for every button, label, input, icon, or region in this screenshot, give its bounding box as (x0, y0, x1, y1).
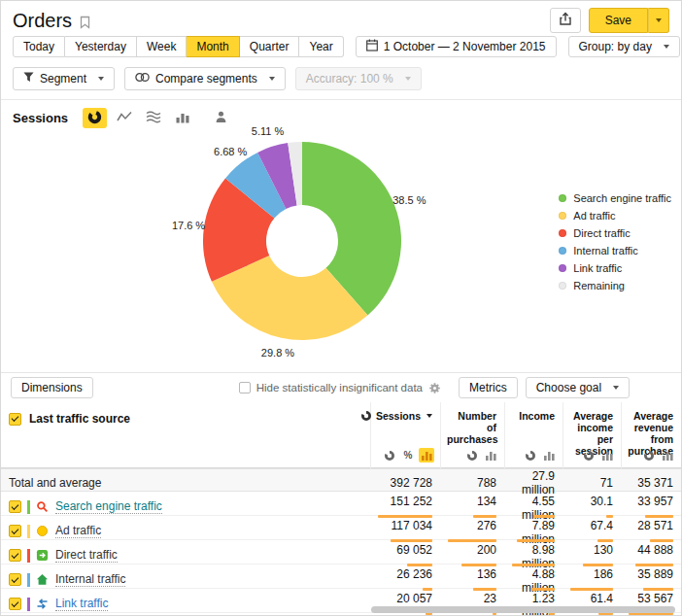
pie-chart (202, 141, 402, 341)
chevron-down-icon (656, 18, 662, 22)
export-button[interactable] (550, 8, 581, 33)
percent-toggle-icon[interactable]: % (400, 448, 416, 462)
bars-toggle-icon[interactable] (419, 448, 434, 462)
table-row: Direct traffic 69 052 200 8.98 million 1… (1, 540, 681, 565)
traffic-source-link[interactable]: Search engine traffic (55, 499, 162, 514)
row-checkbox[interactable] (9, 500, 21, 513)
dimension-column-header[interactable]: Last traffic source (29, 412, 130, 426)
bars-toggle-icon[interactable] (599, 448, 615, 462)
legend-item[interactable]: Direct traffic (559, 224, 671, 242)
pie-percent-label: 17.6 % (172, 220, 205, 231)
legend-label: Internal traffic (573, 245, 637, 257)
series-color-stripe (27, 598, 30, 611)
period-quarter[interactable]: Quarter (240, 36, 300, 57)
direct-traffic-icon (36, 549, 50, 563)
series-color-stripe (27, 525, 30, 538)
row-checkbox[interactable] (9, 598, 21, 610)
column-header-avg-revenue[interactable]: Average revenue from purchase (621, 402, 681, 447)
donut-toggle-icon[interactable] (382, 448, 397, 462)
chart-type-audience-button[interactable] (209, 108, 233, 128)
chevron-down-icon (664, 45, 669, 49)
legend-label: Search engine traffic (573, 192, 671, 204)
legend-item[interactable]: Link traffic (559, 259, 671, 277)
pie-percent-label: 29.8 % (261, 347, 294, 359)
donut-toggle-icon[interactable] (464, 448, 480, 462)
chart-metric-label: Sessions (13, 111, 68, 125)
select-all-checkbox[interactable] (9, 413, 21, 426)
legend-item[interactable]: Search engine traffic (559, 189, 671, 207)
accuracy-dropdown[interactable]: Accuracy: 100 % (295, 67, 422, 90)
metrics-button[interactable]: Metrics (459, 377, 518, 398)
compare-segments-dropdown[interactable]: Compare segments (124, 67, 286, 90)
pie-wrap: 38.5 %29.8 %17.6 %6.68 %5.11 % (202, 141, 402, 341)
segment-dropdown[interactable]: Segment (13, 67, 115, 90)
legend-color-dot (559, 247, 566, 255)
chevron-down-icon (98, 77, 104, 81)
bars-toggle-icon[interactable] (541, 448, 557, 462)
save-button[interactable]: Save (589, 8, 648, 33)
total-label: Total and average (1, 476, 370, 490)
row-checkbox[interactable] (9, 573, 21, 586)
donut-toggle-icon[interactable] (523, 448, 538, 462)
traffic-source-link[interactable]: Ad traffic (55, 524, 101, 538)
legend-color-dot (559, 229, 566, 237)
link-traffic-icon (36, 598, 50, 611)
period-year[interactable]: Year (299, 36, 343, 57)
export-icon (559, 12, 572, 29)
legend-color-dot (559, 212, 566, 220)
legend-label: Remaining (573, 280, 625, 291)
chevron-down-icon (269, 77, 275, 81)
data-table: Last traffic source Sessions Number of p… (1, 402, 681, 613)
chart-type-stacked-button[interactable] (141, 108, 165, 128)
gear-icon[interactable] (428, 382, 441, 394)
dimensions-button[interactable]: Dimensions (11, 377, 93, 398)
date-range-button[interactable]: 1 October — 2 November 2015 (356, 36, 557, 57)
bookmark-icon[interactable] (80, 16, 90, 29)
save-dropdown-button[interactable] (648, 8, 669, 33)
traffic-source-link[interactable]: Direct traffic (55, 548, 118, 563)
chart-type-columns-button[interactable] (170, 108, 194, 128)
legend-item[interactable]: Remaining (559, 277, 671, 294)
segment-toolbar: Segment Compare segments Accuracy: 100 % (1, 63, 681, 100)
period-month[interactable]: Month (187, 36, 239, 57)
table-row: Search engine traffic 151 252 134 4.55 m… (1, 492, 681, 516)
horizontal-scrollbar[interactable] (371, 606, 675, 613)
period-today[interactable]: Today (13, 36, 65, 57)
choose-goal-dropdown[interactable]: Choose goal (526, 377, 630, 398)
column-header-avg-income[interactable]: Average income per session (563, 402, 621, 447)
table-row: Internal traffic 26 236 136 4.88 million… (1, 565, 681, 589)
legend-item[interactable]: Internal traffic (559, 242, 671, 259)
page-title: Orders (13, 10, 72, 32)
bars-toggle-icon[interactable] (660, 448, 675, 462)
series-color-stripe (27, 549, 30, 563)
legend-item[interactable]: Ad traffic (559, 207, 671, 224)
sort-desc-icon (426, 414, 432, 418)
calendar-icon (366, 39, 378, 54)
compare-segments-icon (135, 72, 150, 86)
donut-toggle-icon[interactable] (641, 448, 657, 462)
compare-segments-label: Compare segments (155, 72, 257, 86)
chart-toolbar: Sessions (1, 100, 681, 133)
period-yesterday[interactable]: Yesterday (65, 36, 137, 57)
total-row: Total and average 392 728 788 27.9 milli… (1, 468, 681, 492)
traffic-source-link[interactable]: Internal traffic (55, 572, 125, 587)
chart-type-pie-button[interactable] (83, 108, 107, 128)
period-week[interactable]: Week (137, 36, 187, 57)
row-checkbox[interactable] (9, 549, 21, 562)
legend-color-dot (559, 282, 566, 290)
chart-type-line-button[interactable] (112, 108, 136, 128)
donut-toggle-icon[interactable] (581, 448, 597, 462)
legend-label: Ad traffic (573, 210, 615, 222)
column-header-sessions[interactable]: Sessions (370, 402, 440, 447)
page: Orders Save Today Yesterday Week Month Q… (0, 0, 682, 616)
column-header-income[interactable]: Income (504, 402, 563, 447)
group-by-dropdown[interactable]: Group: by day (568, 36, 680, 57)
column-header-purchases[interactable]: Number of purchases (440, 402, 504, 447)
legend-color-dot (559, 264, 566, 272)
hide-insignificant-checkbox[interactable] (239, 382, 251, 394)
bars-toggle-icon[interactable] (483, 448, 498, 462)
chevron-down-icon (405, 77, 411, 81)
row-checkbox[interactable] (9, 525, 21, 537)
hide-insignificant-control[interactable]: Hide statistically insignificant data (239, 382, 423, 394)
traffic-source-link[interactable]: Link traffic (55, 597, 108, 611)
